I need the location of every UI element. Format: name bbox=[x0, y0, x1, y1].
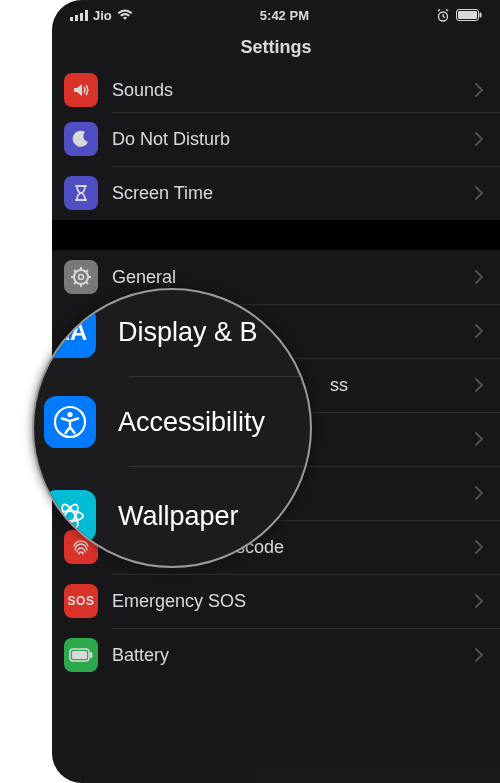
accessibility-icon bbox=[44, 396, 96, 448]
svg-line-7 bbox=[438, 9, 440, 11]
chevron-right-icon bbox=[475, 432, 484, 446]
row-battery[interactable]: Battery bbox=[52, 628, 500, 682]
status-bar: Jio 5:42 PM bbox=[52, 0, 500, 26]
chevron-right-icon bbox=[475, 186, 484, 200]
battery-row-icon bbox=[64, 638, 98, 672]
svg-rect-3 bbox=[85, 10, 88, 21]
row-general[interactable]: General bbox=[52, 250, 500, 304]
svg-rect-11 bbox=[480, 13, 482, 18]
svg-point-12 bbox=[74, 270, 88, 284]
wifi-icon bbox=[117, 9, 133, 21]
magnified-accessibility-label: Accessibility bbox=[118, 407, 265, 438]
hourglass-icon bbox=[64, 176, 98, 210]
page-title: Settings bbox=[240, 37, 311, 58]
sos-icon: SOS bbox=[64, 584, 98, 618]
row-label: Sounds bbox=[112, 80, 475, 101]
chevron-right-icon bbox=[475, 486, 484, 500]
chevron-right-icon bbox=[475, 83, 484, 97]
magnified-wallpaper-label: Wallpaper bbox=[118, 501, 239, 532]
carrier-label: Jio bbox=[93, 8, 112, 23]
row-label: Battery bbox=[112, 645, 475, 666]
row-sounds[interactable]: Sounds bbox=[52, 68, 500, 112]
moon-icon bbox=[64, 122, 98, 156]
signal-icon bbox=[70, 10, 88, 21]
chevron-right-icon bbox=[475, 540, 484, 554]
row-label: General bbox=[112, 267, 475, 288]
svg-line-19 bbox=[86, 282, 88, 284]
nav-bar: Settings bbox=[52, 26, 500, 68]
sounds-icon bbox=[64, 73, 98, 107]
magnified-display-label: Display & B bbox=[118, 317, 258, 348]
chevron-right-icon bbox=[475, 270, 484, 284]
clock: 5:42 PM bbox=[260, 8, 309, 23]
svg-rect-1 bbox=[75, 15, 78, 21]
svg-rect-23 bbox=[72, 651, 87, 659]
svg-rect-24 bbox=[90, 652, 92, 658]
row-label: Do Not Disturb bbox=[112, 129, 475, 150]
svg-line-18 bbox=[74, 270, 76, 272]
svg-rect-10 bbox=[458, 11, 477, 19]
svg-rect-2 bbox=[80, 13, 83, 21]
svg-point-13 bbox=[79, 275, 84, 280]
battery-icon bbox=[456, 9, 482, 21]
chevron-right-icon bbox=[475, 648, 484, 662]
svg-line-6 bbox=[443, 16, 445, 17]
chevron-right-icon bbox=[475, 594, 484, 608]
chevron-right-icon bbox=[475, 378, 484, 392]
row-screen-time[interactable]: Screen Time bbox=[52, 166, 500, 220]
chevron-right-icon bbox=[475, 132, 484, 146]
row-label: Emergency SOS bbox=[112, 591, 475, 612]
alarm-icon bbox=[436, 9, 450, 22]
svg-point-26 bbox=[67, 412, 72, 417]
row-do-not-disturb[interactable]: Do Not Disturb bbox=[52, 112, 500, 166]
svg-rect-0 bbox=[70, 17, 73, 21]
section-separator bbox=[52, 220, 500, 250]
row-label: Screen Time bbox=[112, 183, 475, 204]
svg-line-21 bbox=[74, 282, 76, 284]
chevron-right-icon bbox=[475, 324, 484, 338]
magnifier-overlay: AA Display & B Accessibility Wallpaper bbox=[32, 288, 312, 568]
svg-line-8 bbox=[446, 9, 448, 11]
gear-icon bbox=[64, 260, 98, 294]
row-emergency-sos[interactable]: SOS Emergency SOS bbox=[52, 574, 500, 628]
svg-line-20 bbox=[86, 270, 88, 272]
